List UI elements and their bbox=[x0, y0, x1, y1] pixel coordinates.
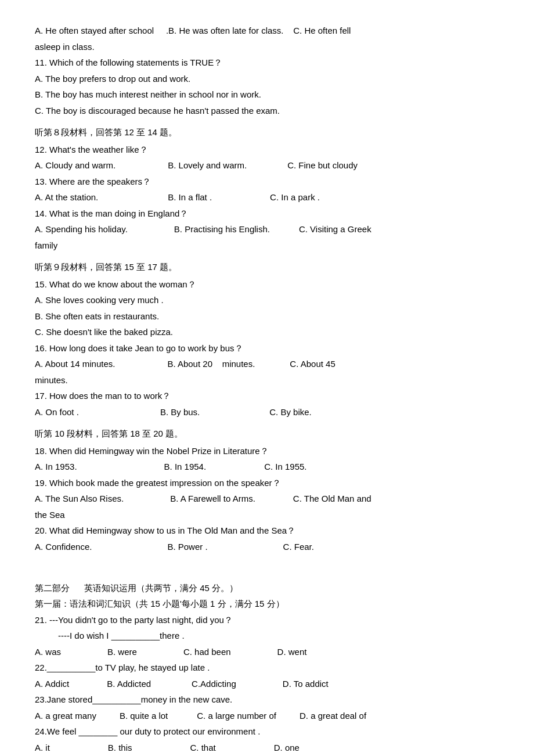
section-9: 听第９段材料，回答第 15 至 17 题。 bbox=[35, 260, 499, 275]
q12-a: A. Cloudy and warm. bbox=[35, 158, 116, 173]
q22-options: A. Addict B. Addicted C.Addicting D. To … bbox=[35, 676, 499, 692]
q15-c: C. She doesn't like the baked pizza. bbox=[35, 325, 499, 340]
q18-a: A. In 1953. bbox=[35, 459, 77, 474]
q24-b: B. this bbox=[108, 740, 132, 755]
q11-stem: 11. Which of the following statements is… bbox=[35, 55, 499, 70]
q18-b: B. In 1954. bbox=[164, 459, 207, 474]
q20-a: A. Confidence. bbox=[35, 539, 92, 555]
q19-options: A. The Sun Also Rises. B. A Farewell to … bbox=[35, 491, 499, 506]
q15-b: B. She often eats in restaurants. bbox=[35, 309, 499, 324]
q17-b: B. By bus. bbox=[160, 405, 200, 420]
q11-b: B. The boy has much interest neither in … bbox=[35, 87, 499, 102]
q14-stem: 14. What is the man doing in England？ bbox=[35, 206, 499, 221]
q18-c: C. In 1955. bbox=[264, 459, 306, 474]
q14-c: C. Visiting a Greek bbox=[299, 222, 371, 237]
q19-c-cont: the Sea bbox=[35, 507, 499, 523]
q12-c: C. Fine but cloudy bbox=[287, 158, 358, 173]
q17-a: A. On foot . bbox=[35, 405, 79, 420]
q21-b: B. were bbox=[107, 645, 137, 660]
q18-stem: 18. When did Hemingway win the Nobel Pri… bbox=[35, 444, 499, 459]
q23-d: D. a great deal of bbox=[300, 708, 366, 723]
line-1: A. He often stayed after school .B. He w… bbox=[35, 23, 499, 38]
q23-options: A. a great many B. quite a lot C. a larg… bbox=[35, 708, 499, 723]
q11-c: C. The boy is discouraged because he has… bbox=[35, 103, 499, 118]
q22-stem: 22.__________to TV play, he stayed up la… bbox=[35, 660, 499, 675]
q12-stem: 12. What's the weather like？ bbox=[35, 142, 499, 157]
q19-b: B. A Farewell to Arms. bbox=[170, 491, 255, 506]
q16-c-cont: minutes. bbox=[35, 373, 499, 388]
q20-stem: 20. What did Hemingway show to us in The… bbox=[35, 523, 499, 538]
q13-options: A. At the station. B. In a flat . C. In … bbox=[35, 190, 499, 205]
q21-stem: 21. ---You didn't go to the party last n… bbox=[35, 613, 499, 628]
q24-options: A. it B. this C. that D. one bbox=[35, 740, 499, 755]
q20-options: A. Confidence. B. Power . C. Fear. bbox=[35, 539, 499, 555]
q23-c: C. a large number of bbox=[197, 708, 276, 723]
main-content: A. He often stayed after school .B. He w… bbox=[35, 23, 499, 755]
q14-a: A. Spending his holiday. bbox=[35, 222, 128, 237]
q13-b: B. In a flat . bbox=[168, 190, 212, 205]
blank-line bbox=[35, 564, 499, 579]
q15-stem: 15. What do we know about the woman？ bbox=[35, 277, 499, 292]
q21-options: A. was B. were C. had been D. went bbox=[35, 645, 499, 660]
q21-a: A. was bbox=[35, 645, 61, 660]
q12-b: B. Lovely and warm. bbox=[168, 158, 247, 173]
q22-c: C.Addicting bbox=[192, 676, 236, 692]
q14-b: B. Practising his English. bbox=[174, 222, 270, 237]
q17-stem: 17. How does the man to to work？ bbox=[35, 388, 499, 404]
q16-a: A. About 14 minutes. bbox=[35, 357, 115, 372]
q19-c: C. The Old Man and bbox=[293, 491, 371, 506]
q11-a: A. The boy prefers to drop out and work. bbox=[35, 71, 499, 87]
q16-b: B. About 20 minutes. bbox=[167, 357, 255, 372]
q22-d: D. To addict bbox=[283, 676, 329, 692]
q16-options: A. About 14 minutes. B. About 20 minutes… bbox=[35, 357, 499, 372]
q24-stem: 24.We feel ________ our duty to protect … bbox=[35, 724, 499, 739]
q17-options: A. On foot . B. By bus. C. By bike. bbox=[35, 405, 499, 420]
q16-c: C. About 45 bbox=[290, 357, 335, 372]
q14-options: A. Spending his holiday. B. Practising h… bbox=[35, 222, 499, 237]
q21-c: C. had been bbox=[183, 645, 231, 660]
q21-d: D. went bbox=[277, 645, 307, 660]
q16-stem: 16. How long does it take Jean to go to … bbox=[35, 341, 499, 356]
q19-a: A. The Sun Also Rises. bbox=[35, 491, 124, 506]
q23-a: A. a great many bbox=[35, 708, 96, 723]
line-2: asleep in class. bbox=[35, 39, 499, 55]
q15-a: A. She loves cooking very much . bbox=[35, 293, 499, 308]
q23-b: B. quite a lot bbox=[120, 708, 168, 723]
q17-c: C. By bike. bbox=[269, 405, 312, 420]
q20-c: C. Fear. bbox=[283, 539, 314, 555]
q21-sub: ----I do wish I __________there . bbox=[35, 628, 499, 643]
q24-d: D. one bbox=[274, 740, 300, 755]
q24-a: A. it bbox=[35, 740, 50, 755]
q20-b: B. Power . bbox=[167, 539, 207, 555]
q13-c: C. In a park . bbox=[270, 190, 320, 205]
q18-options: A. In 1953. B. In 1954. C. In 1955. bbox=[35, 459, 499, 474]
q13-a: A. At the station. bbox=[35, 190, 98, 205]
q13-stem: 13. Where are the speakers？ bbox=[35, 174, 499, 189]
section-10: 听第 10 段材料，回答第 18 至 20 题。 bbox=[35, 426, 499, 441]
part2-header: 第二部分 英语知识运用（共两节，满分 45 分。） bbox=[35, 581, 499, 596]
q14-c-cont: family bbox=[35, 238, 499, 253]
section1-header: 第一届：语法和词汇知识（共 15 小题'每小题 1 分，满分 15 分） bbox=[35, 596, 499, 611]
q12-options: A. Cloudy and warm. B. Lovely and warm. … bbox=[35, 158, 499, 173]
q19-stem: 19. Which book made the greatest impress… bbox=[35, 476, 499, 491]
q22-b: B. Addicted bbox=[107, 676, 151, 692]
q22-a: A. Addict bbox=[35, 676, 69, 692]
q23-stem: 23.Jane stored__________money in the new… bbox=[35, 692, 499, 707]
section-8: 听第８段材料，回答第 12 至 14 题。 bbox=[35, 125, 499, 140]
q24-c: C. that bbox=[190, 740, 216, 755]
